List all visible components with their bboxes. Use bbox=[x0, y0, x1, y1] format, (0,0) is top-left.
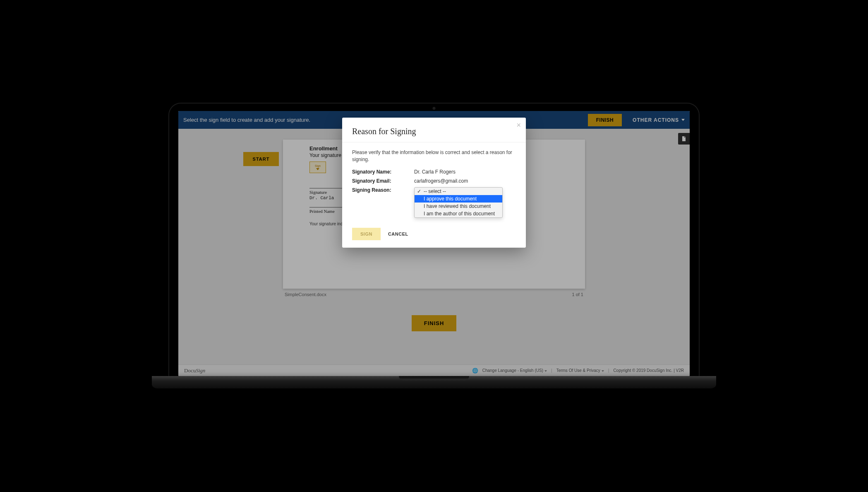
cancel-button[interactable]: CANCEL bbox=[388, 232, 408, 236]
reason-option-placeholder[interactable]: -- select -- bbox=[415, 188, 502, 195]
signatory-email-label: Signatory Email: bbox=[352, 178, 414, 184]
reason-option-author[interactable]: I am the author of this document bbox=[415, 210, 502, 217]
docusign-app: Select the sign field to create and add … bbox=[178, 111, 690, 376]
modal-instruction: Please verify that the information below… bbox=[352, 149, 516, 163]
reason-option-approve[interactable]: I approve this document bbox=[415, 195, 502, 203]
close-icon[interactable]: × bbox=[516, 121, 521, 130]
reason-option-reviewed[interactable]: I have reviewed this document bbox=[415, 203, 502, 210]
modal-body: Please verify that the information below… bbox=[342, 142, 526, 224]
laptop-frame: Select the sign field to create and add … bbox=[169, 104, 699, 376]
screen: Select the sign field to create and add … bbox=[178, 111, 690, 376]
signing-reason-select[interactable]: -- select -- I approve this document I h… bbox=[414, 187, 516, 218]
laptop-base bbox=[152, 376, 716, 388]
modal-actions: SIGN CANCEL bbox=[342, 224, 526, 248]
camera-dot bbox=[433, 107, 436, 110]
signing-reason-label: Signing Reason: bbox=[352, 187, 414, 193]
signing-reason-row: Signing Reason: -- select -- I approve t… bbox=[352, 187, 516, 218]
laptop-mockup: Select the sign field to create and add … bbox=[169, 104, 699, 388]
modal-title: Reason for Signing bbox=[342, 118, 526, 142]
reason-for-signing-modal: × Reason for Signing Please verify that … bbox=[342, 118, 526, 248]
signing-reason-dropdown-open: -- select -- I approve this document I h… bbox=[414, 187, 503, 218]
signatory-email-value: carlafrogers@gmail.com bbox=[414, 178, 516, 184]
signatory-name-label: Signatory Name: bbox=[352, 169, 414, 175]
signatory-name-row: Signatory Name: Dr. Carla F Rogers bbox=[352, 169, 516, 175]
sign-button[interactable]: SIGN bbox=[352, 228, 381, 240]
signatory-name-value: Dr. Carla F Rogers bbox=[414, 169, 516, 175]
signatory-email-row: Signatory Email: carlafrogers@gmail.com bbox=[352, 178, 516, 184]
